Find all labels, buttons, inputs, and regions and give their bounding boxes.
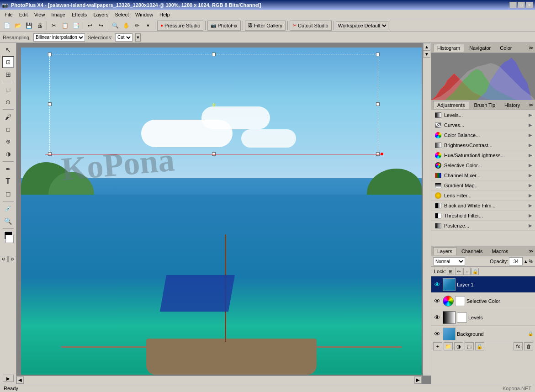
menu-file[interactable]: File <box>2 11 16 18</box>
scroll-left-btn[interactable]: ◀ <box>16 376 24 384</box>
photofix-button[interactable]: 📷 PhotoFix <box>207 21 240 31</box>
delete-layer-btn[interactable]: 🗑 <box>524 342 533 350</box>
normal-mode-btn[interactable]: ⊙ <box>0 256 8 262</box>
add-mask-btn[interactable]: ⬚ <box>465 342 474 350</box>
tb-copy[interactable]: 📋 <box>60 21 70 31</box>
text-tool-btn[interactable]: T <box>2 175 14 187</box>
menu-effects[interactable]: Effects <box>69 11 90 18</box>
tab-channels[interactable]: Channels <box>457 247 487 255</box>
levels-visibility[interactable]: 👁 <box>433 313 441 322</box>
menu-image[interactable]: Image <box>48 11 68 18</box>
opacity-input[interactable] <box>509 257 523 265</box>
pen-tool-btn[interactable]: ✒ <box>2 163 14 175</box>
adj-bw[interactable]: Black and White Film... ▶ <box>431 201 535 211</box>
tb-save[interactable]: 💾 <box>24 21 34 31</box>
tab-history[interactable]: History <box>500 101 524 109</box>
tb-print[interactable]: 🖨 <box>35 21 45 31</box>
selective-visibility[interactable]: 👁 <box>433 297 441 305</box>
menu-edit[interactable]: Edit <box>16 11 31 18</box>
adj-hsl[interactable]: Hue/Saturation/Lightness... ▶ <box>431 150 535 160</box>
tb-hand[interactable]: ✋ <box>121 21 131 31</box>
mask-mode-btn[interactable]: ⊘ <box>8 256 16 262</box>
eraser-tool-btn[interactable]: ◻ <box>2 123 14 135</box>
minimize-button[interactable]: _ <box>509 2 517 8</box>
adj-levels[interactable]: Levels... ▶ <box>431 110 535 120</box>
canvas-area[interactable]: KoPona ✛ <box>16 43 431 384</box>
adj-lens[interactable]: Lens Filter... ▶ <box>431 191 535 201</box>
crop-tool-btn[interactable]: ⊞ <box>2 69 14 80</box>
layer-item-levels[interactable]: 👁 Levels <box>431 309 535 326</box>
layer1-visibility[interactable]: 👁 <box>433 281 441 289</box>
histogram-expand-btn[interactable]: ≫ <box>529 45 533 50</box>
dodge-tool-btn[interactable]: ◑ <box>2 148 14 160</box>
tab-macros[interactable]: Macros <box>488 247 513 255</box>
lock-btn[interactable]: 🔒 <box>475 342 484 350</box>
close-button[interactable]: × <box>526 2 533 8</box>
add-layer-btn[interactable]: + <box>433 342 442 350</box>
lock-pixels-btn[interactable]: ⊞ <box>447 268 454 275</box>
background-color[interactable] <box>5 235 14 243</box>
zoom-tool-btn[interactable]: 🔍 <box>2 215 14 227</box>
tb-open[interactable]: 📂 <box>13 21 23 31</box>
workspace-dropdown[interactable]: Workspace Default <box>336 21 388 30</box>
filter-gallery-button[interactable]: 🖼 Filter Gallery <box>245 21 286 31</box>
add-adjustment-btn[interactable]: ◑ <box>454 342 463 350</box>
tb-cut[interactable]: ✂ <box>49 21 59 31</box>
resampling-select[interactable]: Bilinear interpolation <box>33 33 85 42</box>
adj-bright[interactable]: Brightness/Contrast... ▶ <box>431 140 535 150</box>
menu-view[interactable]: View <box>32 11 48 18</box>
workspace-selector[interactable]: Workspace Default <box>336 21 388 30</box>
tab-navigator[interactable]: Navigator <box>465 44 495 52</box>
blend-mode-select[interactable]: Normal <box>433 257 465 265</box>
adj-colorbal[interactable]: Color Balance... ▶ <box>431 130 535 140</box>
opacity-spinner-up[interactable]: ▲ <box>524 259 528 264</box>
lock-paint-btn[interactable]: ✏ <box>455 268 462 275</box>
clone-tool-btn[interactable]: ⊕ <box>2 136 14 148</box>
adjustments-expand-btn[interactable]: ≫ <box>529 102 533 107</box>
lasso-tool-btn[interactable]: ⊙ <box>2 96 14 108</box>
adj-curves[interactable]: Curves... ▶ <box>431 120 535 130</box>
tab-color[interactable]: Color <box>496 44 516 52</box>
options-more-button[interactable]: ▼ <box>135 33 141 42</box>
tb-redo[interactable]: ↪ <box>96 21 106 31</box>
paint-tool-btn[interactable]: 🖌 <box>2 111 14 123</box>
adj-gradient[interactable]: Gradient Map... ▶ <box>431 180 535 191</box>
menu-select[interactable]: Select <box>112 11 132 18</box>
scroll-down-btn[interactable]: ▼ <box>423 50 430 58</box>
maximize-button[interactable]: □ <box>518 2 525 8</box>
adj-threshold[interactable]: Threshold Filter... ▶ <box>431 211 535 221</box>
layers-expand-btn[interactable]: ≫ <box>529 249 533 254</box>
layer-item-selective[interactable]: 👁 Selective Color <box>431 293 535 309</box>
tab-adjustments[interactable]: Adjustments <box>433 101 469 109</box>
tab-layers[interactable]: Layers <box>433 247 456 255</box>
background-visibility[interactable]: 👁 <box>433 330 441 338</box>
tb-paste[interactable]: 📑 <box>71 21 81 31</box>
tab-histogram[interactable]: Histogram <box>433 44 464 52</box>
menu-help[interactable]: Help <box>157 11 173 18</box>
add-folder-btn[interactable]: 📁 <box>444 342 453 350</box>
lock-move-btn[interactable]: ↔ <box>463 268 471 275</box>
selection-tool-btn[interactable]: ⬚ <box>2 84 14 95</box>
tb-zoom[interactable]: 🔍 <box>110 21 120 31</box>
layer-item-layer1[interactable]: 👁 Layer 1 <box>431 276 535 293</box>
tb-brush[interactable]: ✏ <box>132 21 142 31</box>
menu-window[interactable]: Window <box>132 11 156 18</box>
transform-tool-btn[interactable]: ⊡ <box>2 56 14 68</box>
tab-brush-tip[interactable]: Brush Tip <box>470 101 499 109</box>
horizontal-scrollbar[interactable]: ◀ ▶ <box>16 376 422 384</box>
adj-posterize[interactable]: Posterize... ▶ <box>431 221 535 231</box>
scroll-right-btn[interactable]: ▶ <box>414 376 422 384</box>
vertical-scrollbar[interactable]: ▲ ▼ <box>423 43 431 376</box>
panel-collapse-btn[interactable]: ▶ <box>3 375 14 382</box>
cutout-studio-button[interactable]: ✂ Cutout Studio <box>290 21 332 31</box>
adj-selective[interactable]: Selective Color... ▶ <box>431 160 535 170</box>
menu-layers[interactable]: Layers <box>90 11 111 18</box>
move-tool-btn[interactable]: ↖ <box>2 44 14 56</box>
tb-select-arrow[interactable]: ▼ <box>143 21 153 31</box>
pressure-studio-button[interactable]: ● Pressure Studio <box>157 21 203 31</box>
scroll-up-btn[interactable]: ▲ <box>423 43 430 50</box>
fx-btn[interactable]: fx <box>514 342 523 350</box>
eyedropper-tool-btn[interactable]: 💉 <box>2 203 14 215</box>
layer-item-background[interactable]: 👁 Background 🔒 <box>431 326 535 341</box>
tb-undo[interactable]: ↩ <box>85 21 95 31</box>
